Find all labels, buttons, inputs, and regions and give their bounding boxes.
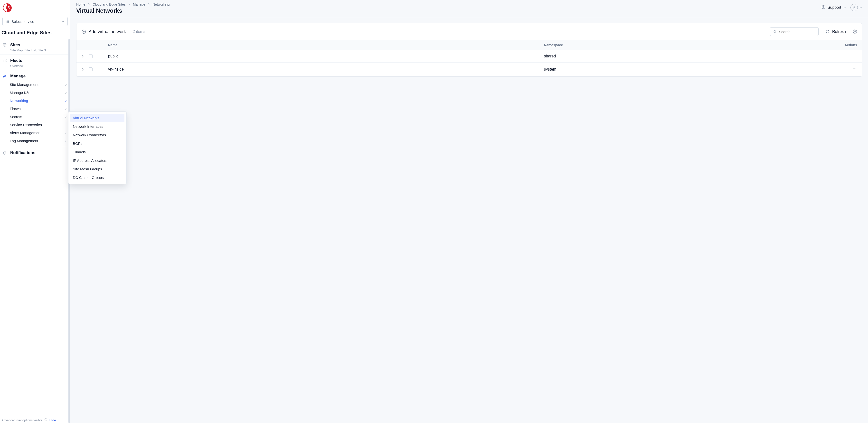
breadcrumb: HomeCloud and Edge SitesManageNetworking: [76, 2, 169, 6]
user-icon: [850, 4, 858, 11]
nav-notifications-title: Notifications: [10, 151, 35, 155]
chevron-right-icon: [65, 92, 67, 94]
brand-logo: f 5: [3, 3, 12, 12]
col-header-namespace[interactable]: Namespace: [539, 40, 838, 50]
row-actions-button[interactable]: [852, 66, 857, 71]
refresh-label: Refresh: [832, 29, 846, 34]
flyout-item[interactable]: Tunnels: [70, 148, 124, 156]
col-header-name[interactable]: Name: [103, 40, 539, 50]
chevron-right-icon: [128, 3, 130, 6]
flyout-item[interactable]: DC Cluster Groups: [70, 173, 124, 182]
grip-icon: [6, 20, 9, 23]
user-menu[interactable]: [850, 4, 862, 11]
nav-item-label: Secrets: [10, 115, 22, 119]
nav-item-label: Site Management: [10, 83, 38, 87]
nav-item-label: Firewall: [10, 107, 22, 111]
chevron-right-icon: [65, 132, 67, 134]
nav-notifications[interactable]: Notifications: [0, 150, 70, 156]
support-menu[interactable]: Support: [821, 5, 846, 10]
svg-point-26: [855, 69, 855, 69]
nav-sites-title: Sites: [10, 42, 54, 47]
flyout-item[interactable]: BGPs: [70, 139, 124, 148]
flyout-item[interactable]: Network Interfaces: [70, 122, 124, 131]
table-row: vn-insidesystem: [76, 63, 862, 76]
chevron-right-icon: [65, 116, 67, 118]
flyout-item[interactable]: Site Mesh Groups: [70, 165, 124, 173]
item-count: 2 items: [133, 29, 146, 34]
refresh-icon: [826, 29, 830, 34]
breadcrumb-link[interactable]: Home: [76, 2, 85, 6]
flyout-item[interactable]: Network Connectors: [70, 131, 124, 139]
cell-name[interactable]: vn-inside: [103, 63, 539, 76]
svg-point-25: [853, 69, 854, 69]
nav-manage-item[interactable]: Firewall: [0, 105, 70, 113]
refresh-button[interactable]: Refresh: [826, 29, 846, 34]
nav-manage[interactable]: Manage: [0, 73, 70, 79]
breadcrumb-link[interactable]: Networking: [152, 2, 169, 6]
plus-circle-icon: [81, 29, 86, 34]
service-picker-label: Select service: [11, 20, 59, 24]
chevron-down-icon: [62, 20, 65, 23]
row-expander[interactable]: [81, 68, 84, 71]
chevron-right-icon: [65, 140, 67, 142]
svg-point-5: [8, 20, 9, 21]
row-checkbox[interactable]: [89, 67, 93, 71]
search-input[interactable]: [779, 30, 815, 34]
chevron-right-icon: [65, 84, 67, 86]
nav-fleets[interactable]: Fleets Overview: [0, 57, 70, 68]
nav-item-label: Manage K8s: [10, 91, 30, 95]
svg-point-18: [46, 420, 46, 421]
nav-sites-subtitle: Site Map, Site List, Site S...: [10, 48, 54, 52]
adv-nav-text: Advanced nav options visible: [1, 418, 42, 422]
flyout-item[interactable]: Virtual Networks: [70, 113, 124, 122]
svg-point-24: [855, 31, 856, 32]
row-checkbox[interactable]: [89, 54, 93, 58]
nav-manage-item[interactable]: Alerts Management: [0, 129, 70, 137]
app-title: Cloud and Edge Sites: [0, 29, 70, 39]
nav-manage-title: Manage: [10, 74, 26, 78]
cell-name[interactable]: public: [103, 50, 539, 63]
svg-point-7: [7, 21, 8, 22]
globe-icon: [2, 42, 7, 47]
svg-rect-16: [5, 61, 6, 62]
add-virtual-network-button[interactable]: Add virtual network: [81, 29, 126, 34]
fleets-icon: [2, 58, 7, 63]
nav-manage-item[interactable]: Service Discoveries: [0, 121, 70, 129]
svg-text:5: 5: [7, 6, 10, 10]
bell-icon: [2, 151, 7, 155]
svg-point-8: [8, 21, 9, 22]
networking-flyout: Virtual NetworksNetwork InterfacesNetwor…: [68, 111, 127, 184]
nav-item-label: Log Management: [10, 139, 38, 143]
svg-rect-15: [3, 61, 4, 62]
svg-rect-14: [5, 59, 6, 60]
breadcrumb-link[interactable]: Manage: [133, 2, 146, 6]
svg-point-21: [854, 7, 855, 7]
svg-point-9: [6, 22, 7, 23]
adv-nav-hide-link[interactable]: Hide: [50, 418, 56, 422]
cell-namespace: system: [539, 63, 838, 76]
nav-fleets-title: Fleets: [10, 58, 54, 63]
help-icon[interactable]: [44, 418, 48, 421]
nav-manage-item[interactable]: Secrets: [0, 113, 70, 121]
cell-namespace: shared: [539, 50, 838, 63]
nav-item-label: Service Discoveries: [10, 123, 42, 127]
support-icon: [821, 5, 826, 10]
nav-manage-item[interactable]: Manage K8s: [0, 89, 70, 97]
row-expander[interactable]: [81, 55, 84, 58]
chevron-right-icon: [65, 107, 67, 110]
nav-sites[interactable]: Sites Site Map, Site List, Site S...: [0, 42, 70, 53]
service-picker[interactable]: Select service: [2, 17, 68, 26]
flyout-item[interactable]: IP Address Allocators: [70, 156, 124, 165]
sidebar: f 5 Select service Cloud and Edge Sites: [0, 0, 70, 423]
nav-fleets-subtitle: Overview: [10, 64, 54, 68]
svg-point-20: [823, 7, 824, 8]
breadcrumb-link[interactable]: Cloud and Edge Sites: [93, 2, 125, 6]
settings-button[interactable]: [852, 29, 857, 34]
table-row: publicshared: [76, 50, 862, 63]
search-field[interactable]: [770, 27, 818, 36]
virtual-networks-card: Add virtual network 2 items: [76, 23, 862, 77]
nav-manage-item[interactable]: Log Management: [0, 137, 70, 145]
nav-manage-item[interactable]: Networking: [0, 97, 70, 105]
nav-manage-item[interactable]: Site Management: [0, 80, 70, 89]
chevron-down-icon: [843, 6, 846, 9]
